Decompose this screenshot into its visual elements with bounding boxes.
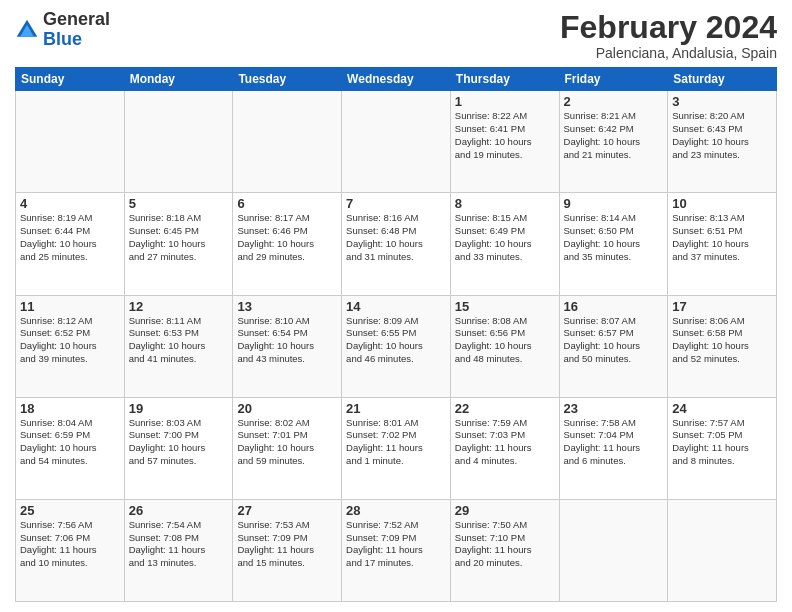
calendar-day-cell: 6Sunrise: 8:17 AM Sunset: 6:46 PM Daylig…: [233, 193, 342, 295]
calendar-day-cell: 10Sunrise: 8:13 AM Sunset: 6:51 PM Dayli…: [668, 193, 777, 295]
page-header: General Blue February 2024 Palenciana, A…: [15, 10, 777, 61]
day-number: 26: [129, 503, 229, 518]
day-info: Sunrise: 8:08 AM Sunset: 6:56 PM Dayligh…: [455, 315, 555, 366]
day-number: 1: [455, 94, 555, 109]
day-number: 19: [129, 401, 229, 416]
day-info: Sunrise: 8:01 AM Sunset: 7:02 PM Dayligh…: [346, 417, 446, 468]
calendar-day-header: Wednesday: [342, 68, 451, 91]
day-number: 23: [564, 401, 664, 416]
day-info: Sunrise: 8:12 AM Sunset: 6:52 PM Dayligh…: [20, 315, 120, 366]
calendar-day-cell: 16Sunrise: 8:07 AM Sunset: 6:57 PM Dayli…: [559, 295, 668, 397]
calendar-day-cell: 23Sunrise: 7:58 AM Sunset: 7:04 PM Dayli…: [559, 397, 668, 499]
day-info: Sunrise: 8:09 AM Sunset: 6:55 PM Dayligh…: [346, 315, 446, 366]
calendar-day-cell: 26Sunrise: 7:54 AM Sunset: 7:08 PM Dayli…: [124, 499, 233, 601]
calendar-day-header: Tuesday: [233, 68, 342, 91]
day-info: Sunrise: 8:15 AM Sunset: 6:49 PM Dayligh…: [455, 212, 555, 263]
day-number: 4: [20, 196, 120, 211]
calendar-header-row: SundayMondayTuesdayWednesdayThursdayFrid…: [16, 68, 777, 91]
day-number: 27: [237, 503, 337, 518]
day-number: 2: [564, 94, 664, 109]
day-number: 15: [455, 299, 555, 314]
logo-blue: Blue: [43, 29, 82, 49]
day-number: 29: [455, 503, 555, 518]
calendar-day-cell: 18Sunrise: 8:04 AM Sunset: 6:59 PM Dayli…: [16, 397, 125, 499]
calendar-day-header: Monday: [124, 68, 233, 91]
calendar-day-cell: [342, 91, 451, 193]
calendar-day-cell: 29Sunrise: 7:50 AM Sunset: 7:10 PM Dayli…: [450, 499, 559, 601]
logo: General Blue: [15, 10, 110, 50]
day-info: Sunrise: 8:22 AM Sunset: 6:41 PM Dayligh…: [455, 110, 555, 161]
day-info: Sunrise: 7:53 AM Sunset: 7:09 PM Dayligh…: [237, 519, 337, 570]
day-info: Sunrise: 8:06 AM Sunset: 6:58 PM Dayligh…: [672, 315, 772, 366]
day-info: Sunrise: 8:17 AM Sunset: 6:46 PM Dayligh…: [237, 212, 337, 263]
day-info: Sunrise: 8:16 AM Sunset: 6:48 PM Dayligh…: [346, 212, 446, 263]
day-number: 18: [20, 401, 120, 416]
day-number: 20: [237, 401, 337, 416]
day-info: Sunrise: 8:04 AM Sunset: 6:59 PM Dayligh…: [20, 417, 120, 468]
calendar-week-row: 25Sunrise: 7:56 AM Sunset: 7:06 PM Dayli…: [16, 499, 777, 601]
calendar-week-row: 1Sunrise: 8:22 AM Sunset: 6:41 PM Daylig…: [16, 91, 777, 193]
calendar-week-row: 18Sunrise: 8:04 AM Sunset: 6:59 PM Dayli…: [16, 397, 777, 499]
calendar-day-cell: 9Sunrise: 8:14 AM Sunset: 6:50 PM Daylig…: [559, 193, 668, 295]
day-info: Sunrise: 8:03 AM Sunset: 7:00 PM Dayligh…: [129, 417, 229, 468]
calendar-day-cell: 20Sunrise: 8:02 AM Sunset: 7:01 PM Dayli…: [233, 397, 342, 499]
calendar-day-header: Thursday: [450, 68, 559, 91]
day-info: Sunrise: 8:14 AM Sunset: 6:50 PM Dayligh…: [564, 212, 664, 263]
day-number: 5: [129, 196, 229, 211]
calendar-day-cell: 14Sunrise: 8:09 AM Sunset: 6:55 PM Dayli…: [342, 295, 451, 397]
calendar-day-header: Sunday: [16, 68, 125, 91]
day-number: 21: [346, 401, 446, 416]
day-number: 3: [672, 94, 772, 109]
calendar-day-cell: 11Sunrise: 8:12 AM Sunset: 6:52 PM Dayli…: [16, 295, 125, 397]
calendar-day-cell: 2Sunrise: 8:21 AM Sunset: 6:42 PM Daylig…: [559, 91, 668, 193]
calendar-day-header: Saturday: [668, 68, 777, 91]
day-info: Sunrise: 7:50 AM Sunset: 7:10 PM Dayligh…: [455, 519, 555, 570]
day-number: 24: [672, 401, 772, 416]
calendar-page: General Blue February 2024 Palenciana, A…: [0, 0, 792, 612]
day-number: 6: [237, 196, 337, 211]
calendar-title: February 2024: [560, 10, 777, 45]
day-info: Sunrise: 7:59 AM Sunset: 7:03 PM Dayligh…: [455, 417, 555, 468]
day-number: 9: [564, 196, 664, 211]
title-block: February 2024 Palenciana, Andalusia, Spa…: [560, 10, 777, 61]
calendar-location: Palenciana, Andalusia, Spain: [560, 45, 777, 61]
day-info: Sunrise: 8:07 AM Sunset: 6:57 PM Dayligh…: [564, 315, 664, 366]
calendar-day-cell: 22Sunrise: 7:59 AM Sunset: 7:03 PM Dayli…: [450, 397, 559, 499]
calendar-day-cell: [233, 91, 342, 193]
day-number: 8: [455, 196, 555, 211]
day-number: 17: [672, 299, 772, 314]
day-info: Sunrise: 7:56 AM Sunset: 7:06 PM Dayligh…: [20, 519, 120, 570]
day-number: 13: [237, 299, 337, 314]
logo-text: General Blue: [43, 10, 110, 50]
day-info: Sunrise: 8:02 AM Sunset: 7:01 PM Dayligh…: [237, 417, 337, 468]
day-info: Sunrise: 7:54 AM Sunset: 7:08 PM Dayligh…: [129, 519, 229, 570]
calendar-day-cell: [16, 91, 125, 193]
calendar-day-cell: [124, 91, 233, 193]
day-number: 14: [346, 299, 446, 314]
calendar-day-cell: 4Sunrise: 8:19 AM Sunset: 6:44 PM Daylig…: [16, 193, 125, 295]
calendar-day-cell: 17Sunrise: 8:06 AM Sunset: 6:58 PM Dayli…: [668, 295, 777, 397]
calendar-day-cell: 8Sunrise: 8:15 AM Sunset: 6:49 PM Daylig…: [450, 193, 559, 295]
day-number: 28: [346, 503, 446, 518]
day-number: 7: [346, 196, 446, 211]
calendar-day-cell: 21Sunrise: 8:01 AM Sunset: 7:02 PM Dayli…: [342, 397, 451, 499]
calendar-day-cell: 15Sunrise: 8:08 AM Sunset: 6:56 PM Dayli…: [450, 295, 559, 397]
calendar-day-cell: 7Sunrise: 8:16 AM Sunset: 6:48 PM Daylig…: [342, 193, 451, 295]
day-info: Sunrise: 7:58 AM Sunset: 7:04 PM Dayligh…: [564, 417, 664, 468]
calendar-table: SundayMondayTuesdayWednesdayThursdayFrid…: [15, 67, 777, 602]
calendar-day-cell: 3Sunrise: 8:20 AM Sunset: 6:43 PM Daylig…: [668, 91, 777, 193]
day-info: Sunrise: 8:18 AM Sunset: 6:45 PM Dayligh…: [129, 212, 229, 263]
calendar-day-cell: 19Sunrise: 8:03 AM Sunset: 7:00 PM Dayli…: [124, 397, 233, 499]
calendar-week-row: 4Sunrise: 8:19 AM Sunset: 6:44 PM Daylig…: [16, 193, 777, 295]
calendar-day-cell: 5Sunrise: 8:18 AM Sunset: 6:45 PM Daylig…: [124, 193, 233, 295]
day-number: 11: [20, 299, 120, 314]
day-number: 12: [129, 299, 229, 314]
day-info: Sunrise: 7:52 AM Sunset: 7:09 PM Dayligh…: [346, 519, 446, 570]
calendar-day-cell: 24Sunrise: 7:57 AM Sunset: 7:05 PM Dayli…: [668, 397, 777, 499]
day-number: 16: [564, 299, 664, 314]
calendar-day-cell: 13Sunrise: 8:10 AM Sunset: 6:54 PM Dayli…: [233, 295, 342, 397]
day-info: Sunrise: 7:57 AM Sunset: 7:05 PM Dayligh…: [672, 417, 772, 468]
calendar-day-cell: 28Sunrise: 7:52 AM Sunset: 7:09 PM Dayli…: [342, 499, 451, 601]
day-info: Sunrise: 8:21 AM Sunset: 6:42 PM Dayligh…: [564, 110, 664, 161]
calendar-day-cell: [559, 499, 668, 601]
